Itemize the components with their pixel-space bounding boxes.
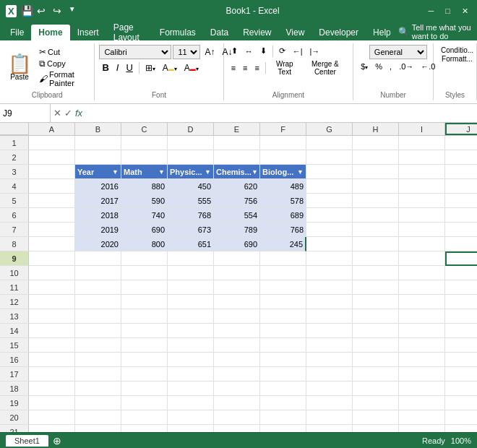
- tab-help[interactable]: Help: [366, 25, 398, 40]
- cell-E7[interactable]: 789: [214, 223, 260, 237]
- cell-D3[interactable]: Physic... ▼: [168, 165, 214, 179]
- cell-J1[interactable]: [445, 136, 477, 150]
- cell-C2[interactable]: [121, 150, 168, 165]
- col-header-G[interactable]: G: [306, 123, 353, 135]
- cell-A9[interactable]: [29, 251, 75, 266]
- cell-G2[interactable]: [306, 150, 353, 165]
- row-header-5[interactable]: 5: [0, 194, 29, 208]
- cell-H7[interactable]: [353, 223, 399, 237]
- tab-data[interactable]: Data: [203, 25, 236, 40]
- format-painter-label[interactable]: Format Painter: [49, 70, 90, 87]
- cell-H9[interactable]: [353, 251, 399, 266]
- accounting-button[interactable]: $▾: [358, 61, 371, 72]
- cell-I2[interactable]: [399, 150, 445, 165]
- conditional-format-button[interactable]: Conditio...Formatt...: [438, 45, 476, 65]
- row-header-17[interactable]: 17: [0, 367, 29, 382]
- cell-H4[interactable]: [353, 179, 399, 194]
- cell-B5[interactable]: 2017: [75, 194, 121, 208]
- row-header-8[interactable]: 8: [0, 237, 29, 251]
- bold-button[interactable]: B: [99, 61, 111, 74]
- paste-button[interactable]: 📋 Paste: [4, 52, 35, 83]
- row-header-13[interactable]: 13: [0, 309, 29, 324]
- row-header-16[interactable]: 16: [0, 353, 29, 367]
- cell-H3[interactable]: [353, 165, 399, 179]
- cell-J5[interactable]: [445, 194, 477, 208]
- sheet-tab-1[interactable]: Sheet1: [6, 435, 48, 447]
- cell-H6[interactable]: [353, 208, 399, 223]
- font-family-select[interactable]: Calibri: [99, 45, 171, 59]
- cell-I8[interactable]: [399, 237, 445, 251]
- comma-button[interactable]: ,: [387, 61, 395, 72]
- col-header-J[interactable]: J: [445, 123, 477, 135]
- cell-A3[interactable]: [29, 165, 75, 179]
- cell-C6[interactable]: 740: [121, 208, 168, 223]
- close-btn[interactable]: ✕: [459, 7, 471, 16]
- cell-F3[interactable]: Biolog... ▼: [260, 165, 306, 179]
- tell-me-input[interactable]: Tell me what you want to do: [412, 23, 471, 40]
- cell-C9[interactable]: [121, 251, 168, 266]
- row-header-19[interactable]: 19: [0, 396, 29, 410]
- cell-C4[interactable]: 880: [121, 179, 168, 194]
- tab-page-layout[interactable]: Page Layout: [106, 25, 152, 40]
- row-header-21[interactable]: 21: [0, 425, 29, 432]
- cell-J3[interactable]: [445, 165, 477, 179]
- cell-J7[interactable]: [445, 223, 477, 237]
- align-middle-button[interactable]: ↔: [242, 46, 256, 57]
- cell-E6[interactable]: 554: [214, 208, 260, 223]
- cell-C7[interactable]: 690: [121, 223, 168, 237]
- cell-G4[interactable]: [306, 179, 353, 194]
- col-header-A[interactable]: A: [29, 123, 75, 135]
- col-header-B[interactable]: B: [75, 123, 121, 135]
- cell-I9[interactable]: [399, 251, 445, 266]
- cell-E3[interactable]: Chemis... ▼: [214, 165, 260, 179]
- cell-D4[interactable]: 450: [168, 179, 214, 194]
- cell-I1[interactable]: [399, 136, 445, 150]
- confirm-formula-icon[interactable]: ✓: [64, 108, 72, 119]
- cell-C1[interactable]: [121, 136, 168, 150]
- cell-F9[interactable]: [260, 251, 306, 266]
- cell-G3[interactable]: [306, 165, 353, 179]
- tab-file[interactable]: File: [3, 25, 31, 40]
- insert-function-icon[interactable]: fx: [75, 108, 82, 119]
- underline-button[interactable]: U: [123, 61, 135, 74]
- cell-B3[interactable]: Year ▼: [75, 165, 121, 179]
- align-center-button[interactable]: ≡: [240, 62, 250, 74]
- merge-center-button[interactable]: Merge & Center: [302, 59, 349, 77]
- row-header-6[interactable]: 6: [0, 208, 29, 223]
- row-header-1[interactable]: 1: [0, 136, 29, 150]
- italic-button[interactable]: I: [113, 61, 122, 74]
- tab-home[interactable]: Home: [31, 25, 69, 40]
- cell-F8[interactable]: 245: [260, 237, 306, 251]
- font-size-select[interactable]: 11: [173, 45, 200, 59]
- cell-J4[interactable]: [445, 179, 477, 194]
- cell-E4[interactable]: 620: [214, 179, 260, 194]
- wrap-text-button[interactable]: Wrap Text: [269, 59, 301, 77]
- cell-E8[interactable]: 690: [214, 237, 260, 251]
- cell-C8[interactable]: 800: [121, 237, 168, 251]
- row-header-11[interactable]: 11: [0, 280, 29, 295]
- cell-J8[interactable]: [445, 237, 477, 251]
- cell-F1[interactable]: [260, 136, 306, 150]
- cell-G1[interactable]: [306, 136, 353, 150]
- cell-C5[interactable]: 590: [121, 194, 168, 208]
- cell-F6[interactable]: 689: [260, 208, 306, 223]
- name-box[interactable]: J9: [0, 104, 51, 122]
- cell-H1[interactable]: [353, 136, 399, 150]
- cell-J2[interactable]: [445, 150, 477, 165]
- cell-I3[interactable]: [399, 165, 445, 179]
- cell-A8[interactable]: [29, 237, 75, 251]
- align-left-button[interactable]: ≡: [228, 62, 239, 74]
- cell-I5[interactable]: [399, 194, 445, 208]
- align-bottom-button[interactable]: ⬇: [257, 45, 270, 57]
- cell-B8[interactable]: 2020: [75, 237, 121, 251]
- cell-A4[interactable]: [29, 179, 75, 194]
- cancel-formula-icon[interactable]: ✕: [53, 108, 61, 119]
- cell-B7[interactable]: 2019: [75, 223, 121, 237]
- cell-B9[interactable]: [75, 251, 121, 266]
- cell-H2[interactable]: [353, 150, 399, 165]
- cell-D6[interactable]: 768: [168, 208, 214, 223]
- row-header-20[interactable]: 20: [0, 410, 29, 425]
- cell-E5[interactable]: 756: [214, 194, 260, 208]
- cell-D7[interactable]: 673: [168, 223, 214, 237]
- cell-F4[interactable]: 489: [260, 179, 306, 194]
